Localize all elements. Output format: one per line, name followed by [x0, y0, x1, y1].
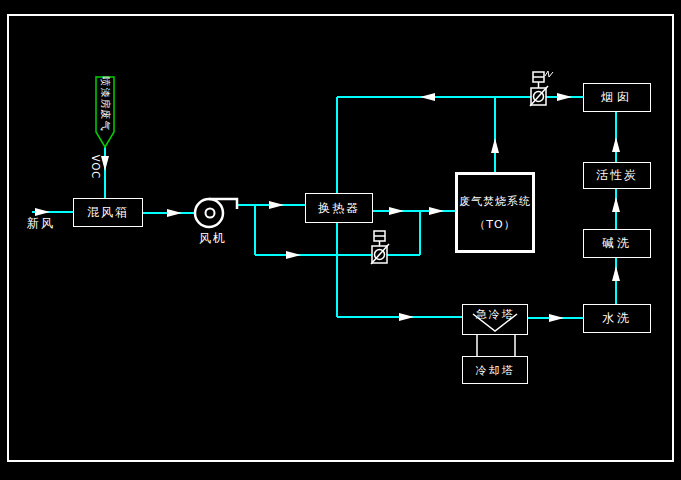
node-label: 碱洗 — [602, 235, 632, 252]
node-label: 废气焚烧系统 — [459, 194, 531, 209]
arrow-left-icon — [420, 93, 435, 101]
source-flag-label: 喷漆房废气 — [98, 74, 112, 134]
arrow-right-icon — [269, 201, 284, 209]
node-mixing-box: 混风箱 — [73, 198, 143, 227]
node-quench-tower: 急冷塔 — [462, 304, 528, 335]
arrow-right-icon — [286, 251, 301, 259]
arrow-right-icon — [549, 314, 564, 322]
arrow-right-icon — [429, 207, 444, 215]
arrow-right-icon — [399, 313, 414, 321]
fresh-air-label: 新风 — [27, 215, 55, 232]
node-cooling-tower: 冷却塔 — [462, 356, 528, 384]
node-alkali-wash: 碱洗 — [583, 229, 651, 258]
node-label: 水洗 — [602, 310, 632, 327]
arrow-up-icon — [612, 266, 620, 281]
node-label: 烟囱 — [601, 89, 633, 106]
cad-drawing-canvas: 混风箱 换热器 废气焚烧系统 （TO） 烟囱 活性炭 碱洗 水洗 急冷塔 冷却塔… — [0, 0, 681, 480]
node-water-wash: 水洗 — [583, 304, 651, 333]
node-chimney: 烟囱 — [583, 83, 651, 112]
arrow-right-icon — [389, 207, 404, 215]
node-incinerator-to: 废气焚烧系统 （TO） — [455, 172, 535, 253]
node-activated-carbon: 活性炭 — [583, 162, 651, 189]
arrow-down-icon — [101, 156, 109, 171]
arrow-right-icon — [557, 93, 572, 101]
voc-label: VOC — [89, 150, 101, 184]
node-label: 混风箱 — [87, 204, 129, 221]
piping-layer — [0, 0, 681, 480]
fan-icon — [195, 199, 237, 227]
node-heat-exchanger: 换热器 — [305, 193, 373, 223]
arrow-up-icon — [612, 197, 620, 212]
arrow-up-icon — [491, 138, 499, 153]
damper-valve-icon — [530, 71, 553, 106]
arrow-up-icon — [612, 137, 620, 152]
node-label: 冷却塔 — [476, 363, 515, 378]
arrow-right-icon — [167, 209, 182, 217]
damper-valve-icon — [371, 231, 389, 264]
node-label: 急冷塔 — [476, 307, 515, 322]
fan-label: 风机 — [199, 230, 227, 247]
node-label: 活性炭 — [596, 167, 638, 184]
node-sublabel: （TO） — [474, 217, 515, 232]
node-label: 换热器 — [318, 200, 360, 217]
